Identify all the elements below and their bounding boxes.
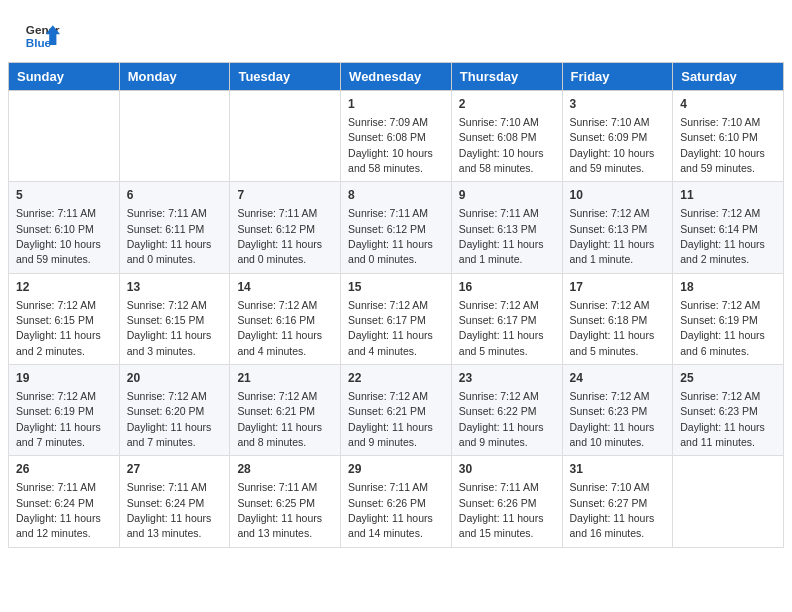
day-cell-25: 25Sunrise: 7:12 AMSunset: 6:23 PMDayligh…: [673, 365, 784, 456]
day-number: 31: [570, 461, 666, 478]
day-info: Sunrise: 7:12 AMSunset: 6:18 PMDaylight:…: [570, 299, 655, 357]
day-info: Sunrise: 7:12 AMSunset: 6:21 PMDaylight:…: [237, 390, 322, 448]
day-number: 27: [127, 461, 223, 478]
day-info: Sunrise: 7:11 AMSunset: 6:11 PMDaylight:…: [127, 207, 212, 265]
day-number: 9: [459, 187, 555, 204]
day-cell-11: 11Sunrise: 7:12 AMSunset: 6:14 PMDayligh…: [673, 182, 784, 273]
day-number: 13: [127, 279, 223, 296]
day-number: 2: [459, 96, 555, 113]
day-cell-30: 30Sunrise: 7:11 AMSunset: 6:26 PMDayligh…: [451, 456, 562, 547]
day-of-week-tuesday: Tuesday: [230, 63, 341, 91]
day-number: 24: [570, 370, 666, 387]
day-number: 16: [459, 279, 555, 296]
day-info: Sunrise: 7:11 AMSunset: 6:26 PMDaylight:…: [348, 481, 433, 539]
day-info: Sunrise: 7:12 AMSunset: 6:20 PMDaylight:…: [127, 390, 212, 448]
day-info: Sunrise: 7:12 AMSunset: 6:21 PMDaylight:…: [348, 390, 433, 448]
week-row-1: 1Sunrise: 7:09 AMSunset: 6:08 PMDaylight…: [9, 91, 784, 182]
day-info: Sunrise: 7:12 AMSunset: 6:19 PMDaylight:…: [16, 390, 101, 448]
week-row-2: 5Sunrise: 7:11 AMSunset: 6:10 PMDaylight…: [9, 182, 784, 273]
week-row-4: 19Sunrise: 7:12 AMSunset: 6:19 PMDayligh…: [9, 365, 784, 456]
day-info: Sunrise: 7:12 AMSunset: 6:15 PMDaylight:…: [16, 299, 101, 357]
day-info: Sunrise: 7:12 AMSunset: 6:13 PMDaylight:…: [570, 207, 655, 265]
day-of-week-saturday: Saturday: [673, 63, 784, 91]
day-number: 21: [237, 370, 333, 387]
day-number: 22: [348, 370, 444, 387]
day-info: Sunrise: 7:12 AMSunset: 6:19 PMDaylight:…: [680, 299, 765, 357]
day-number: 20: [127, 370, 223, 387]
day-of-week-monday: Monday: [119, 63, 230, 91]
day-number: 30: [459, 461, 555, 478]
day-number: 3: [570, 96, 666, 113]
day-cell-20: 20Sunrise: 7:12 AMSunset: 6:20 PMDayligh…: [119, 365, 230, 456]
day-of-week-thursday: Thursday: [451, 63, 562, 91]
svg-text:Blue: Blue: [26, 36, 52, 49]
day-info: Sunrise: 7:10 AMSunset: 6:27 PMDaylight:…: [570, 481, 655, 539]
day-info: Sunrise: 7:12 AMSunset: 6:17 PMDaylight:…: [459, 299, 544, 357]
day-info: Sunrise: 7:12 AMSunset: 6:16 PMDaylight:…: [237, 299, 322, 357]
week-row-3: 12Sunrise: 7:12 AMSunset: 6:15 PMDayligh…: [9, 273, 784, 364]
day-number: 18: [680, 279, 776, 296]
week-row-5: 26Sunrise: 7:11 AMSunset: 6:24 PMDayligh…: [9, 456, 784, 547]
day-cell-3: 3Sunrise: 7:10 AMSunset: 6:09 PMDaylight…: [562, 91, 673, 182]
day-cell-29: 29Sunrise: 7:11 AMSunset: 6:26 PMDayligh…: [341, 456, 452, 547]
day-cell-2: 2Sunrise: 7:10 AMSunset: 6:08 PMDaylight…: [451, 91, 562, 182]
day-info: Sunrise: 7:12 AMSunset: 6:22 PMDaylight:…: [459, 390, 544, 448]
day-info: Sunrise: 7:11 AMSunset: 6:10 PMDaylight:…: [16, 207, 101, 265]
day-cell-22: 22Sunrise: 7:12 AMSunset: 6:21 PMDayligh…: [341, 365, 452, 456]
day-number: 15: [348, 279, 444, 296]
day-number: 6: [127, 187, 223, 204]
day-info: Sunrise: 7:11 AMSunset: 6:26 PMDaylight:…: [459, 481, 544, 539]
day-cell-16: 16Sunrise: 7:12 AMSunset: 6:17 PMDayligh…: [451, 273, 562, 364]
day-number: 7: [237, 187, 333, 204]
empty-cell: [119, 91, 230, 182]
day-cell-12: 12Sunrise: 7:12 AMSunset: 6:15 PMDayligh…: [9, 273, 120, 364]
empty-cell: [230, 91, 341, 182]
day-info: Sunrise: 7:10 AMSunset: 6:08 PMDaylight:…: [459, 116, 544, 174]
day-info: Sunrise: 7:10 AMSunset: 6:09 PMDaylight:…: [570, 116, 655, 174]
day-cell-9: 9Sunrise: 7:11 AMSunset: 6:13 PMDaylight…: [451, 182, 562, 273]
day-cell-15: 15Sunrise: 7:12 AMSunset: 6:17 PMDayligh…: [341, 273, 452, 364]
day-info: Sunrise: 7:12 AMSunset: 6:15 PMDaylight:…: [127, 299, 212, 357]
day-cell-28: 28Sunrise: 7:11 AMSunset: 6:25 PMDayligh…: [230, 456, 341, 547]
day-number: 1: [348, 96, 444, 113]
day-info: Sunrise: 7:10 AMSunset: 6:10 PMDaylight:…: [680, 116, 765, 174]
day-of-week-sunday: Sunday: [9, 63, 120, 91]
day-info: Sunrise: 7:12 AMSunset: 6:14 PMDaylight:…: [680, 207, 765, 265]
day-cell-1: 1Sunrise: 7:09 AMSunset: 6:08 PMDaylight…: [341, 91, 452, 182]
empty-cell: [673, 456, 784, 547]
day-cell-18: 18Sunrise: 7:12 AMSunset: 6:19 PMDayligh…: [673, 273, 784, 364]
day-number: 4: [680, 96, 776, 113]
day-number: 29: [348, 461, 444, 478]
day-cell-27: 27Sunrise: 7:11 AMSunset: 6:24 PMDayligh…: [119, 456, 230, 547]
day-cell-14: 14Sunrise: 7:12 AMSunset: 6:16 PMDayligh…: [230, 273, 341, 364]
empty-cell: [9, 91, 120, 182]
calendar-table: SundayMondayTuesdayWednesdayThursdayFrid…: [8, 62, 784, 548]
day-number: 26: [16, 461, 112, 478]
day-info: Sunrise: 7:11 AMSunset: 6:13 PMDaylight:…: [459, 207, 544, 265]
day-info: Sunrise: 7:11 AMSunset: 6:24 PMDaylight:…: [127, 481, 212, 539]
day-number: 17: [570, 279, 666, 296]
day-number: 19: [16, 370, 112, 387]
day-cell-6: 6Sunrise: 7:11 AMSunset: 6:11 PMDaylight…: [119, 182, 230, 273]
day-number: 11: [680, 187, 776, 204]
day-of-week-wednesday: Wednesday: [341, 63, 452, 91]
day-cell-21: 21Sunrise: 7:12 AMSunset: 6:21 PMDayligh…: [230, 365, 341, 456]
day-number: 10: [570, 187, 666, 204]
day-cell-19: 19Sunrise: 7:12 AMSunset: 6:19 PMDayligh…: [9, 365, 120, 456]
day-cell-13: 13Sunrise: 7:12 AMSunset: 6:15 PMDayligh…: [119, 273, 230, 364]
day-cell-4: 4Sunrise: 7:10 AMSunset: 6:10 PMDaylight…: [673, 91, 784, 182]
day-info: Sunrise: 7:09 AMSunset: 6:08 PMDaylight:…: [348, 116, 433, 174]
day-cell-10: 10Sunrise: 7:12 AMSunset: 6:13 PMDayligh…: [562, 182, 673, 273]
day-number: 5: [16, 187, 112, 204]
day-cell-24: 24Sunrise: 7:12 AMSunset: 6:23 PMDayligh…: [562, 365, 673, 456]
day-number: 25: [680, 370, 776, 387]
day-info: Sunrise: 7:12 AMSunset: 6:23 PMDaylight:…: [680, 390, 765, 448]
day-cell-5: 5Sunrise: 7:11 AMSunset: 6:10 PMDaylight…: [9, 182, 120, 273]
day-number: 12: [16, 279, 112, 296]
day-cell-26: 26Sunrise: 7:11 AMSunset: 6:24 PMDayligh…: [9, 456, 120, 547]
day-info: Sunrise: 7:12 AMSunset: 6:23 PMDaylight:…: [570, 390, 655, 448]
day-info: Sunrise: 7:11 AMSunset: 6:12 PMDaylight:…: [237, 207, 322, 265]
day-info: Sunrise: 7:11 AMSunset: 6:25 PMDaylight:…: [237, 481, 322, 539]
day-cell-8: 8Sunrise: 7:11 AMSunset: 6:12 PMDaylight…: [341, 182, 452, 273]
day-number: 23: [459, 370, 555, 387]
